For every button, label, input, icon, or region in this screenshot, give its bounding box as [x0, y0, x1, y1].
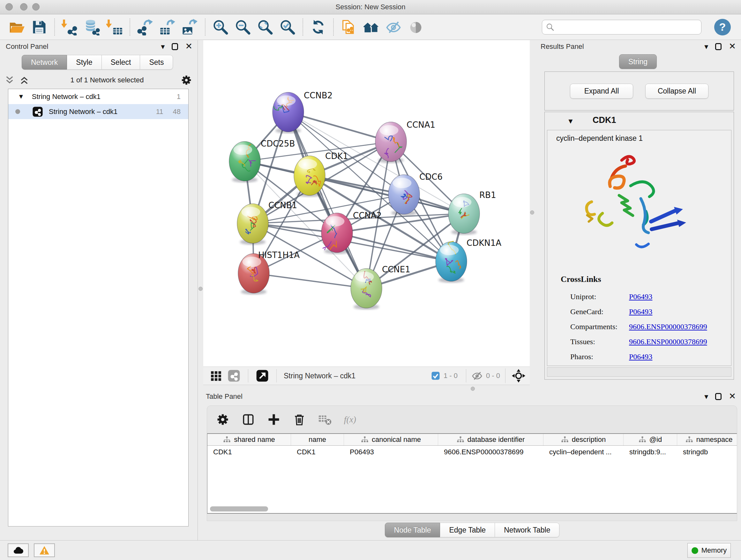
expand-all-button[interactable]: Expand All: [570, 84, 633, 99]
column-header-name[interactable]: name: [291, 434, 344, 445]
network-edge-CCNB2-CCNE1[interactable]: [288, 112, 366, 288]
table-cell[interactable]: stringdb:9...: [623, 448, 677, 456]
column-header-@id[interactable]: @id: [623, 434, 677, 445]
gene-section-header[interactable]: ▼ CDK1: [545, 112, 734, 129]
export-table-button[interactable]: [158, 17, 177, 37]
cloud-button[interactable]: [8, 543, 29, 557]
column-header-namespace[interactable]: namespace: [677, 434, 737, 445]
hidden-eye-icon[interactable]: [471, 370, 483, 381]
memory-button[interactable]: Memory: [687, 543, 731, 558]
network-view: CCNB2CCNA1CDC25BCDK1CDC6RB1CCNB1CCNA2CDK…: [203, 40, 530, 387]
zoom-in-button[interactable]: [211, 17, 230, 37]
tab-network[interactable]: Network: [22, 55, 67, 70]
results-scrollbar[interactable]: [547, 367, 731, 377]
tab-string[interactable]: String: [619, 54, 657, 69]
import-network-database-button[interactable]: [83, 17, 102, 37]
window-title: Session: New Session: [0, 0, 741, 14]
zoom-fit-button[interactable]: [256, 17, 275, 37]
crosslink-link[interactable]: P06493: [629, 307, 652, 316]
delete-table-button[interactable]: [317, 412, 333, 428]
table-cell[interactable]: stringdb: [677, 448, 737, 456]
warnings-button[interactable]: [34, 543, 55, 557]
export-network-button[interactable]: [136, 17, 155, 37]
table-horizontal-scrollbar[interactable]: [210, 506, 268, 511]
close-panel-icon[interactable]: ✕: [729, 42, 736, 51]
network-column-icon: [561, 436, 569, 443]
float-panel-icon[interactable]: [715, 43, 722, 50]
gear-icon[interactable]: [180, 74, 192, 86]
splitter-handle[interactable]: [530, 210, 534, 214]
table-cell[interactable]: CDK1: [207, 448, 291, 456]
panel-menu-icon[interactable]: ▾: [704, 43, 708, 51]
hide-selection-button[interactable]: [384, 17, 403, 37]
collection-caret-icon[interactable]: ▼: [18, 93, 24, 100]
houses-button[interactable]: [361, 17, 381, 37]
table-row[interactable]: CDK1CDK1P064939606.ENSP00000378699cyclin…: [207, 446, 737, 458]
crosslink-link[interactable]: P06493: [629, 353, 652, 361]
zoom-out-button[interactable]: [233, 17, 253, 37]
zoom-selected-button[interactable]: [278, 17, 297, 37]
section-caret-icon[interactable]: ▼: [567, 117, 574, 125]
network-view-toolbar: String Network – cdk1 1 - 0 0 - 0: [203, 367, 530, 385]
expand-all-icon[interactable]: [19, 75, 29, 85]
delete-column-button[interactable]: [291, 412, 307, 428]
show-all-button[interactable]: [406, 17, 425, 37]
panel-menu-icon[interactable]: ▾: [704, 393, 708, 400]
crosslinks-title: CrossLinks: [561, 274, 601, 284]
fit-selection-crosshair-icon[interactable]: [505, 368, 526, 383]
save-session-button[interactable]: [30, 17, 49, 37]
tab-sets[interactable]: Sets: [140, 55, 173, 70]
network-selected-status: 1 of 1 Network selected: [34, 76, 180, 84]
split-columns-button[interactable]: [240, 412, 256, 428]
crosslink-link[interactable]: P06493: [629, 293, 652, 301]
open-session-button[interactable]: [7, 17, 26, 37]
close-panel-icon[interactable]: ✕: [185, 42, 192, 51]
table-gear-button[interactable]: [215, 412, 231, 428]
tab-node-table[interactable]: Node Table: [385, 523, 441, 537]
crosslink-link[interactable]: 9606.ENSP00000378699: [629, 322, 707, 331]
help-button[interactable]: ?: [714, 19, 731, 36]
documents-share-button[interactable]: [339, 17, 358, 37]
table-cell[interactable]: cyclin–dependent ...: [543, 448, 623, 456]
tab-select[interactable]: Select: [102, 55, 140, 70]
left-splitter[interactable]: [198, 40, 203, 541]
apply-layout-button[interactable]: [309, 17, 328, 37]
search-input[interactable]: [555, 20, 698, 34]
crosslinks-list: Uniprot:P06493GeneCard:P06493Compartment…: [570, 289, 725, 364]
gene-details: cyclin–dependent kinase 1: [547, 130, 731, 366]
table-cell[interactable]: CDK1: [291, 448, 344, 456]
float-panel-icon[interactable]: [172, 43, 178, 50]
crosslink-link[interactable]: 9606.ENSP00000378699: [629, 337, 707, 346]
float-panel-icon[interactable]: [715, 393, 722, 400]
detach-view-button[interactable]: [255, 368, 270, 383]
panel-menu-icon[interactable]: ▾: [161, 43, 165, 51]
column-header-database-identifier[interactable]: database identifier: [438, 434, 543, 445]
tab-network-table[interactable]: Network Table: [495, 523, 559, 537]
network-results-splitter[interactable]: [530, 40, 535, 387]
network-canvas[interactable]: CCNB2CCNA1CDC25BCDK1CDC6RB1CCNB1CCNA2CDK…: [203, 40, 530, 367]
function-builder-button[interactable]: f(x): [342, 412, 358, 428]
network-collection-row[interactable]: ▼ String Network – cdk1 1: [8, 89, 188, 104]
tab-edge-table[interactable]: Edge Table: [440, 523, 495, 537]
import-network-file-button[interactable]: [60, 17, 79, 37]
collapse-all-icon[interactable]: [4, 75, 15, 85]
node-label-CDKN1A: CDKN1A: [467, 238, 501, 248]
splitter-handle[interactable]: [199, 287, 203, 291]
export-image-button[interactable]: [180, 17, 199, 37]
column-header-description[interactable]: description: [543, 434, 623, 445]
selected-nodes-checkbox[interactable]: [431, 371, 441, 381]
network-overview-button[interactable]: [226, 368, 242, 383]
table-panel-splitter[interactable]: [203, 387, 741, 390]
column-header-shared-name[interactable]: shared name: [207, 434, 291, 445]
column-header-canonical-name[interactable]: canonical name: [344, 434, 438, 445]
birds-eye-view-button[interactable]: [208, 368, 224, 383]
table-cell[interactable]: P06493: [344, 448, 438, 456]
import-table-button[interactable]: [105, 17, 124, 37]
tab-style[interactable]: Style: [67, 55, 102, 70]
close-panel-icon[interactable]: ✕: [729, 392, 736, 401]
network-edge-CCNE1-HIST1H1A[interactable]: [254, 273, 366, 288]
add-column-button[interactable]: [266, 412, 282, 428]
network-row[interactable]: String Network – cdk1 11 48: [8, 104, 188, 119]
collapse-all-button[interactable]: Collapse All: [645, 84, 709, 99]
table-cell[interactable]: 9606.ENSP00000378699: [438, 448, 543, 456]
